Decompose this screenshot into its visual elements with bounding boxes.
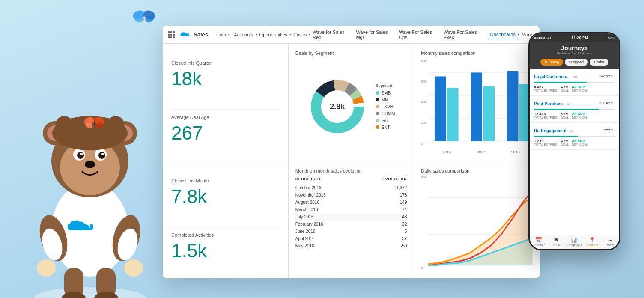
nav-item-opportunities[interactable]: Opportunities — [257, 30, 289, 39]
closed-quarter-section: Closed this Quarter 18k — [171, 60, 280, 89]
closed-month-value: 7.8k — [171, 186, 280, 207]
nav-item-sales-rep[interactable]: Wave for Sales Rep — [310, 28, 354, 42]
nav-item-sales-mgr[interactable]: Wave for Sales Mgr — [354, 28, 397, 42]
nav-item-accounts[interactable]: Accounts — [232, 30, 255, 39]
card-table: Month on month sales evolution CLOSE DAT… — [289, 161, 414, 279]
journey-0-progress — [534, 82, 615, 83]
table-row-6: June 2016 5 — [295, 228, 407, 235]
phone-tab-stopped[interactable]: Stopped — [565, 59, 588, 66]
monthly-sales-title: Monthly sales comparison — [421, 51, 533, 56]
bar-x-labels: 2016 2017 2018 — [429, 150, 533, 154]
journey-2-date: 1/7/16 — [603, 128, 612, 132]
nav-title: Sales — [194, 31, 208, 38]
daily-sales-title: Daily sales comparison — [421, 168, 533, 173]
phone-nav-more[interactable]: ··· More — [601, 237, 619, 247]
nav-items: Home Accounts▾ Opportunities▾ Cases▾ Wav… — [213, 28, 536, 42]
journey-1-stat-2: 39.46% MET GOAL — [572, 112, 587, 119]
phone-nav-email[interactable]: ✉ Email — [548, 237, 566, 247]
nav-item-dashboards[interactable]: Dashboards — [488, 30, 518, 39]
svg-rect-52 — [507, 71, 519, 141]
table-col1-header: CLOSE DATE — [295, 177, 322, 181]
journey-item-1[interactable]: Post Purchase V1 11/18/15 › 12,413 TOTAL… — [530, 96, 619, 123]
legend-title: Segment — [376, 83, 395, 88]
completed-activities-title: Completed Activities — [171, 232, 280, 238]
legend-ent: ENT — [376, 125, 395, 130]
phone-app-header: Journeys Northern Trail Outfitters — [530, 42, 619, 57]
card-metrics-bottom-left: Closed this Month 7.8k Completed Activit… — [163, 161, 288, 279]
nav-item-home[interactable]: Home — [213, 30, 232, 39]
butterfly-top-icon — [132, 6, 156, 26]
table-row-0: October 2016 1,372 — [295, 184, 407, 191]
closed-month-section: Closed this Month 7.8k — [171, 178, 280, 207]
journey-1-progress — [534, 109, 615, 110]
completed-activities-value: 1.5k — [171, 240, 280, 262]
phone-tab-drafts[interactable]: Drafts — [590, 59, 608, 66]
chevron-right-icon-1: › — [614, 101, 615, 106]
phone-nav-campaigns[interactable]: 📊 Campaigns — [566, 237, 584, 247]
svg-point-8 — [34, 287, 146, 298]
phone-nav-calendar[interactable]: 📅 Calendar — [530, 237, 548, 247]
svg-point-31 — [80, 153, 83, 155]
phone-tab-running[interactable]: Running — [540, 59, 564, 66]
journey-0-stat-1: 40% GOAL — [561, 85, 569, 92]
journey-1-version: V1 — [567, 102, 571, 106]
daily-y-axis: 5M 0 — [421, 175, 426, 272]
journey-0-stat-2: 49.92% MET GOAL — [572, 85, 587, 92]
legend-comm: COMM — [376, 111, 395, 116]
nav-item-sales-exec[interactable]: Wave For Sales Exec — [441, 28, 488, 42]
donut-center-value: 2.9k — [330, 102, 345, 111]
table-col2-header: EVOLUTION — [382, 177, 407, 181]
phone-container: ●●●● AT&T 11:20 PM 53% Journeys Northern… — [528, 32, 620, 250]
card-donut: Deals by Segment — [289, 44, 414, 161]
mascot — [21, 50, 158, 298]
svg-rect-49 — [447, 88, 459, 141]
journey-2-version: V1 — [570, 129, 574, 133]
avg-deal-age-title: Average Deal Age — [171, 115, 280, 120]
table-row-5: February 2016 32 — [295, 221, 407, 228]
journey-1-stat-0: 12,413 TOTAL ENTRIES — [534, 112, 557, 119]
nav-item-sales-ops[interactable]: Wave For Sales Ops — [397, 28, 441, 42]
legend-smb: SMB — [376, 91, 395, 95]
phone-tabs: Running Stopped Drafts — [530, 57, 619, 69]
phone-app-title: Journeys — [533, 45, 616, 51]
laptop-container: Sales Home Accounts▾ Opportunities▾ Case… — [163, 26, 540, 278]
card-metrics-left: Closed this Quarter 18k Average Deal Age… — [163, 44, 288, 161]
avg-deal-age-value: 267 — [171, 122, 280, 144]
table-row-1: November 2016 178 — [295, 191, 407, 199]
phone-app-subtitle: Northern Trail Outfitters — [533, 51, 616, 55]
table-row-7: April 2016 -37 — [295, 235, 407, 242]
journey-item-2[interactable]: Re-Engagement V1 1/7/16 › 1,219 TOTAL EN… — [530, 123, 619, 150]
phone-nav-journeys[interactable]: 📍 Journeys — [583, 237, 601, 247]
svg-point-14 — [37, 259, 56, 277]
table-row-3: March 2016 74 — [295, 206, 407, 213]
table-header-row: CLOSE DATE EVOLUTION — [295, 177, 407, 183]
closed-month-title: Closed this Month — [171, 178, 280, 183]
journey-item-0[interactable]: Loyal Customer... V2 10/20/15 › 6,477 TO… — [530, 69, 619, 96]
nav-item-cases[interactable]: Cases — [291, 30, 309, 39]
journey-2-stat-2: 45.86% MET GOAL — [572, 139, 587, 146]
phone-content: Loyal Customer... V2 10/20/15 › 6,477 TO… — [530, 69, 619, 235]
journey-0-name: Loyal Customer... — [534, 74, 569, 79]
donut-legend: Segment SMB MM ESMB COM — [376, 83, 395, 130]
journey-2-stat-1: 40% GOAL — [561, 139, 569, 146]
svg-point-32 — [101, 153, 104, 155]
svg-point-36 — [107, 116, 124, 133]
nav-bar: Sales Home Accounts▾ Opportunities▾ Case… — [163, 26, 540, 44]
journey-1-date: 11/18/15 — [599, 101, 613, 105]
grid-icon[interactable] — [166, 30, 176, 40]
closed-quarter-value: 18k — [171, 68, 280, 89]
salesforce-logo — [180, 31, 190, 39]
journey-2-stat-0: 1,219 TOTAL ENTRIES — [534, 139, 557, 146]
card-monthly-sales: Monthly sales comparison 800 600 400 200… — [414, 44, 540, 161]
journey-0-stat-0: 6,477 TOTAL ENTRIES — [534, 85, 557, 92]
table-row-4: July 2016 43 — [295, 213, 407, 221]
journey-1-name: Post Purchase — [534, 101, 564, 106]
svg-point-15 — [124, 259, 143, 277]
journey-0-date: 10/20/15 — [599, 74, 613, 78]
chevron-right-icon-0: › — [614, 74, 615, 79]
svg-point-33 — [85, 161, 95, 168]
dashboard-grid: Closed this Quarter 18k Average Deal Age… — [163, 44, 540, 278]
svg-rect-50 — [471, 73, 482, 141]
table-title: Month on month sales evolution — [295, 168, 407, 173]
phone-status-bar: ●●●● AT&T 11:20 PM 53% — [530, 33, 619, 42]
